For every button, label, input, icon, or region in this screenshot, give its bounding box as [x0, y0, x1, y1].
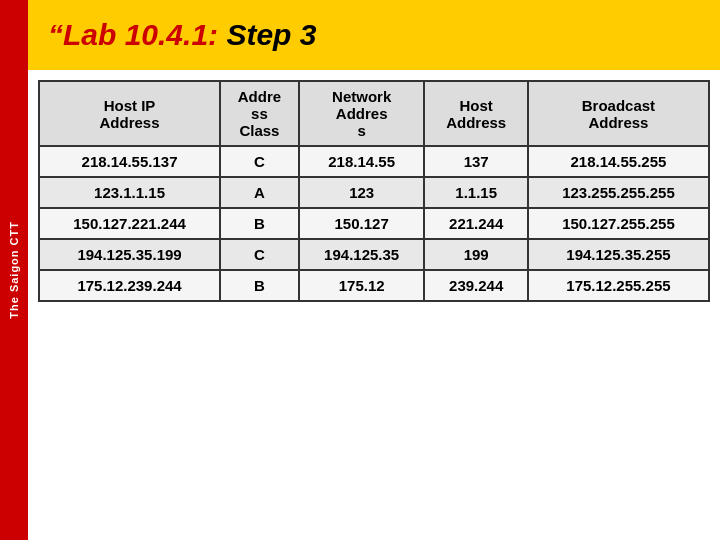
cell-host-ip: 194.125.35.199	[39, 239, 220, 270]
cell-addr-class: B	[220, 208, 299, 239]
table-row: 150.127.221.244B150.127221.244150.127.25…	[39, 208, 709, 239]
col-network-addr: NetworkAddress	[299, 81, 425, 146]
sidebar-strip: The Saigon CTT	[0, 0, 28, 540]
table-row: 194.125.35.199C194.125.35199194.125.35.2…	[39, 239, 709, 270]
col-broadcast-addr: BroadcastAddress	[528, 81, 709, 146]
cell-addr-class: C	[220, 146, 299, 177]
title-quote: “Lab 10.4.1:	[48, 18, 218, 51]
cell-broadcast-addr: 194.125.35.255	[528, 239, 709, 270]
page-title: “Lab 10.4.1: Step 3	[48, 18, 316, 52]
cell-addr-class: A	[220, 177, 299, 208]
table-row: 175.12.239.244B175.12239.244175.12.255.2…	[39, 270, 709, 301]
cell-addr-class: C	[220, 239, 299, 270]
cell-network-addr: 150.127	[299, 208, 425, 239]
cell-broadcast-addr: 218.14.55.255	[528, 146, 709, 177]
title-rest: Step 3	[218, 18, 316, 51]
data-table: Host IPAddress AddressClass NetworkAddre…	[38, 80, 710, 302]
cell-host-addr: 239.244	[424, 270, 527, 301]
page-wrapper: The Saigon CTT “Lab 10.4.1: Step 3 Host …	[0, 0, 720, 540]
cell-host-addr: 137	[424, 146, 527, 177]
cell-host-ip: 175.12.239.244	[39, 270, 220, 301]
cell-network-addr: 123	[299, 177, 425, 208]
cell-host-addr: 221.244	[424, 208, 527, 239]
cell-broadcast-addr: 150.127.255.255	[528, 208, 709, 239]
cell-network-addr: 218.14.55	[299, 146, 425, 177]
col-addr-class: AddressClass	[220, 81, 299, 146]
table-row: 123.1.1.15A1231.1.15123.255.255.255	[39, 177, 709, 208]
sidebar-label: The Saigon CTT	[8, 221, 20, 319]
col-host-addr: HostAddress	[424, 81, 527, 146]
cell-host-addr: 199	[424, 239, 527, 270]
cell-host-ip: 123.1.1.15	[39, 177, 220, 208]
main-content: Host IPAddress AddressClass NetworkAddre…	[28, 70, 720, 540]
cell-addr-class: B	[220, 270, 299, 301]
cell-broadcast-addr: 175.12.255.255	[528, 270, 709, 301]
cell-host-ip: 218.14.55.137	[39, 146, 220, 177]
cell-host-addr: 1.1.15	[424, 177, 527, 208]
table-row: 218.14.55.137C218.14.55137218.14.55.255	[39, 146, 709, 177]
cell-network-addr: 194.125.35	[299, 239, 425, 270]
cell-host-ip: 150.127.221.244	[39, 208, 220, 239]
top-bar: “Lab 10.4.1: Step 3	[28, 0, 720, 70]
col-host-ip: Host IPAddress	[39, 81, 220, 146]
cell-network-addr: 175.12	[299, 270, 425, 301]
cell-broadcast-addr: 123.255.255.255	[528, 177, 709, 208]
